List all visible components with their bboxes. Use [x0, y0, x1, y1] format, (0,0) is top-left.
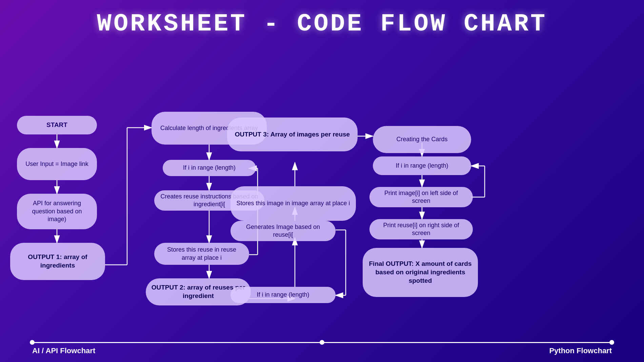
- if-range3-node: If i in range (length): [373, 156, 471, 175]
- stores-reuse-node: Stores this reuse in reuse array at plac…: [154, 243, 249, 265]
- python-label: Python Flowchart: [549, 346, 612, 355]
- creating-cards-node: Creating the Cards: [373, 126, 471, 153]
- page-title: WORKSHEET - CODE FLOW CHART: [0, 0, 644, 45]
- if-range2-node: If i in range (length): [230, 287, 336, 303]
- ai-api-label: AI / API Flowchart: [32, 346, 95, 355]
- generates-image-node: Generates Image based on reuse[i[: [230, 221, 336, 241]
- api-node: API for answering question based on imag…: [17, 194, 97, 229]
- user-input-node: User Input = Image link: [17, 148, 97, 180]
- print-image-node: Print image[i] on left side of screen: [369, 187, 473, 207]
- final-output-node: Final OUTPUT: X amount of cards based on…: [363, 248, 478, 297]
- print-reuse-node: Print reuse[i] on right side of screen: [369, 219, 473, 239]
- stores-image-node: Stores this image in image array at plac…: [230, 186, 356, 221]
- if-range1-node: If i in range (length): [163, 160, 256, 176]
- start-node: START: [17, 116, 97, 134]
- output3-node: OUTPUT 3: Array of images per reuse: [227, 118, 358, 151]
- output1-node: OUTPUT 1: array of ingredients: [10, 243, 105, 280]
